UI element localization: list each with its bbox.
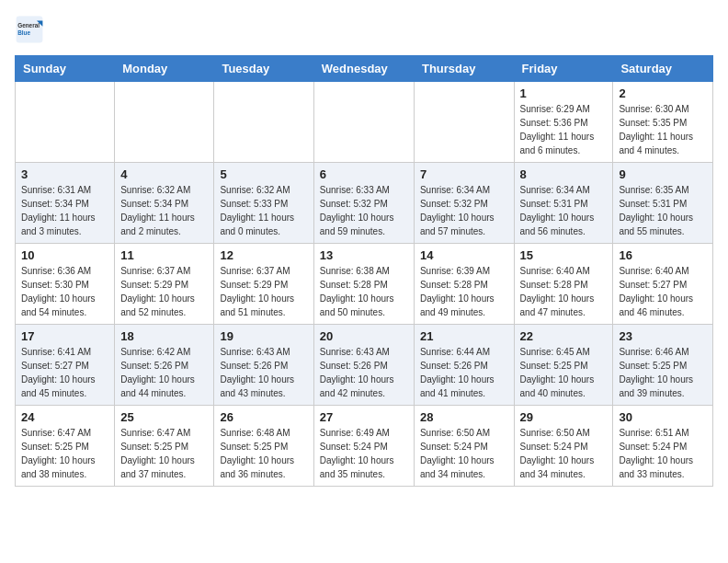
day-number: 21 — [420, 329, 508, 343]
day-number: 11 — [120, 248, 208, 262]
day-number: 4 — [120, 167, 208, 181]
day-number: 20 — [320, 329, 408, 343]
day-info: Sunrise: 6:33 AM Sunset: 5:32 PM Dayligh… — [320, 183, 408, 238]
calendar-cell: 7Sunrise: 6:34 AM Sunset: 5:32 PM Daylig… — [414, 163, 514, 244]
day-info: Sunrise: 6:38 AM Sunset: 5:28 PM Dayligh… — [320, 264, 408, 319]
weekday-header-monday: Monday — [115, 56, 214, 82]
calendar-cell — [313, 82, 414, 163]
day-number: 5 — [220, 167, 307, 181]
calendar-cell: 24Sunrise: 6:47 AM Sunset: 5:25 PM Dayli… — [16, 406, 115, 487]
day-number: 17 — [21, 329, 108, 343]
calendar-cell: 25Sunrise: 6:47 AM Sunset: 5:25 PM Dayli… — [115, 406, 214, 487]
day-info: Sunrise: 6:47 AM Sunset: 5:25 PM Dayligh… — [21, 426, 108, 481]
svg-text:General: General — [17, 22, 40, 29]
day-info: Sunrise: 6:44 AM Sunset: 5:26 PM Dayligh… — [420, 345, 508, 400]
calendar-cell: 2Sunrise: 6:30 AM Sunset: 5:35 PM Daylig… — [613, 82, 713, 163]
day-info: Sunrise: 6:46 AM Sunset: 5:25 PM Dayligh… — [619, 345, 707, 400]
calendar-cell: 14Sunrise: 6:39 AM Sunset: 5:28 PM Dayli… — [414, 244, 514, 325]
weekday-header-row: SundayMondayTuesdayWednesdayThursdayFrid… — [16, 56, 713, 82]
calendar-week-row: 3Sunrise: 6:31 AM Sunset: 5:34 PM Daylig… — [16, 163, 713, 244]
day-info: Sunrise: 6:40 AM Sunset: 5:28 PM Dayligh… — [520, 264, 608, 319]
calendar-cell — [16, 82, 115, 163]
day-info: Sunrise: 6:37 AM Sunset: 5:29 PM Dayligh… — [120, 264, 208, 319]
calendar-cell: 29Sunrise: 6:50 AM Sunset: 5:24 PM Dayli… — [514, 406, 613, 487]
day-number: 24 — [21, 410, 108, 424]
calendar-cell: 4Sunrise: 6:32 AM Sunset: 5:34 PM Daylig… — [115, 163, 214, 244]
day-number: 10 — [21, 248, 108, 262]
logo: General Blue — [15, 15, 48, 44]
calendar-cell: 12Sunrise: 6:37 AM Sunset: 5:29 PM Dayli… — [214, 244, 313, 325]
svg-text:Blue: Blue — [17, 29, 30, 36]
calendar-cell: 16Sunrise: 6:40 AM Sunset: 5:27 PM Dayli… — [613, 244, 713, 325]
calendar-cell: 10Sunrise: 6:36 AM Sunset: 5:30 PM Dayli… — [16, 244, 115, 325]
day-number: 13 — [320, 248, 408, 262]
day-info: Sunrise: 6:37 AM Sunset: 5:29 PM Dayligh… — [220, 264, 307, 319]
day-number: 8 — [520, 167, 608, 181]
calendar-cell: 13Sunrise: 6:38 AM Sunset: 5:28 PM Dayli… — [313, 244, 414, 325]
day-info: Sunrise: 6:50 AM Sunset: 5:24 PM Dayligh… — [520, 426, 608, 481]
calendar-table: SundayMondayTuesdayWednesdayThursdayFrid… — [15, 55, 713, 487]
day-info: Sunrise: 6:43 AM Sunset: 5:26 PM Dayligh… — [320, 345, 408, 400]
weekday-header-wednesday: Wednesday — [313, 56, 414, 82]
calendar-week-row: 1Sunrise: 6:29 AM Sunset: 5:36 PM Daylig… — [16, 82, 713, 163]
day-info: Sunrise: 6:40 AM Sunset: 5:27 PM Dayligh… — [619, 264, 707, 319]
day-number: 6 — [320, 167, 408, 181]
calendar-cell: 8Sunrise: 6:34 AM Sunset: 5:31 PM Daylig… — [514, 163, 613, 244]
day-info: Sunrise: 6:48 AM Sunset: 5:25 PM Dayligh… — [220, 426, 307, 481]
calendar-cell: 11Sunrise: 6:37 AM Sunset: 5:29 PM Dayli… — [115, 244, 214, 325]
calendar-cell — [414, 82, 514, 163]
day-number: 22 — [520, 329, 608, 343]
day-number: 3 — [21, 167, 108, 181]
calendar-cell: 17Sunrise: 6:41 AM Sunset: 5:27 PM Dayli… — [16, 325, 115, 406]
day-info: Sunrise: 6:43 AM Sunset: 5:26 PM Dayligh… — [220, 345, 307, 400]
calendar-cell: 28Sunrise: 6:50 AM Sunset: 5:24 PM Dayli… — [414, 406, 514, 487]
calendar-cell: 5Sunrise: 6:32 AM Sunset: 5:33 PM Daylig… — [214, 163, 313, 244]
page-header: General Blue — [15, 15, 713, 44]
day-number: 25 — [120, 410, 208, 424]
day-number: 7 — [420, 167, 508, 181]
calendar-cell: 18Sunrise: 6:42 AM Sunset: 5:26 PM Dayli… — [115, 325, 214, 406]
calendar-cell: 27Sunrise: 6:49 AM Sunset: 5:24 PM Dayli… — [313, 406, 414, 487]
day-info: Sunrise: 6:35 AM Sunset: 5:31 PM Dayligh… — [619, 183, 707, 238]
weekday-header-sunday: Sunday — [16, 56, 115, 82]
calendar-cell: 22Sunrise: 6:45 AM Sunset: 5:25 PM Dayli… — [514, 325, 613, 406]
calendar-cell: 15Sunrise: 6:40 AM Sunset: 5:28 PM Dayli… — [514, 244, 613, 325]
day-info: Sunrise: 6:50 AM Sunset: 5:24 PM Dayligh… — [420, 426, 508, 481]
day-info: Sunrise: 6:45 AM Sunset: 5:25 PM Dayligh… — [520, 345, 608, 400]
day-info: Sunrise: 6:36 AM Sunset: 5:30 PM Dayligh… — [21, 264, 108, 319]
calendar-week-row: 10Sunrise: 6:36 AM Sunset: 5:30 PM Dayli… — [16, 244, 713, 325]
day-number: 14 — [420, 248, 508, 262]
day-number: 18 — [120, 329, 208, 343]
day-number: 26 — [220, 410, 307, 424]
day-number: 19 — [220, 329, 307, 343]
day-number: 23 — [619, 329, 707, 343]
day-info: Sunrise: 6:49 AM Sunset: 5:24 PM Dayligh… — [320, 426, 408, 481]
weekday-header-thursday: Thursday — [414, 56, 514, 82]
day-info: Sunrise: 6:34 AM Sunset: 5:32 PM Dayligh… — [420, 183, 508, 238]
calendar-cell: 9Sunrise: 6:35 AM Sunset: 5:31 PM Daylig… — [613, 163, 713, 244]
day-info: Sunrise: 6:51 AM Sunset: 5:24 PM Dayligh… — [619, 426, 707, 481]
calendar-cell: 6Sunrise: 6:33 AM Sunset: 5:32 PM Daylig… — [313, 163, 414, 244]
day-number: 28 — [420, 410, 508, 424]
calendar-cell: 23Sunrise: 6:46 AM Sunset: 5:25 PM Dayli… — [613, 325, 713, 406]
weekday-header-tuesday: Tuesday — [214, 56, 313, 82]
calendar-cell: 1Sunrise: 6:29 AM Sunset: 5:36 PM Daylig… — [514, 82, 613, 163]
day-number: 29 — [520, 410, 608, 424]
day-info: Sunrise: 6:47 AM Sunset: 5:25 PM Dayligh… — [120, 426, 208, 481]
day-info: Sunrise: 6:31 AM Sunset: 5:34 PM Dayligh… — [21, 183, 108, 238]
weekday-header-friday: Friday — [514, 56, 613, 82]
calendar-cell: 3Sunrise: 6:31 AM Sunset: 5:34 PM Daylig… — [16, 163, 115, 244]
day-number: 16 — [619, 248, 707, 262]
logo-icon: General Blue — [15, 15, 44, 44]
day-info: Sunrise: 6:29 AM Sunset: 5:36 PM Dayligh… — [520, 102, 608, 157]
day-number: 9 — [619, 167, 707, 181]
calendar-week-row: 17Sunrise: 6:41 AM Sunset: 5:27 PM Dayli… — [16, 325, 713, 406]
day-number: 1 — [520, 86, 608, 100]
calendar-week-row: 24Sunrise: 6:47 AM Sunset: 5:25 PM Dayli… — [16, 406, 713, 487]
calendar-cell: 21Sunrise: 6:44 AM Sunset: 5:26 PM Dayli… — [414, 325, 514, 406]
calendar-cell — [115, 82, 214, 163]
calendar-cell: 26Sunrise: 6:48 AM Sunset: 5:25 PM Dayli… — [214, 406, 313, 487]
calendar-cell: 20Sunrise: 6:43 AM Sunset: 5:26 PM Dayli… — [313, 325, 414, 406]
day-number: 30 — [619, 410, 707, 424]
day-info: Sunrise: 6:32 AM Sunset: 5:33 PM Dayligh… — [220, 183, 307, 238]
